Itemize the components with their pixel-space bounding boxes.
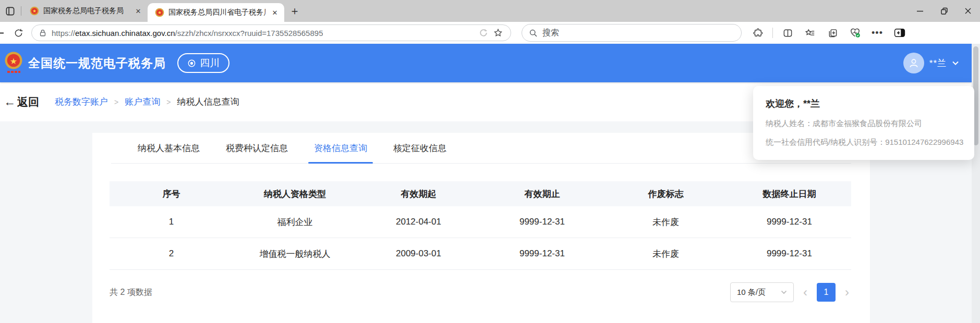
favorites-list-icon[interactable] [802,24,818,42]
cell-valid-to: 9999-12-31 [480,217,604,227]
tax-emblem-favicon: ★ [155,8,164,17]
content-tabs: 纳税人基本信息 税费种认定信息 资格信息查询 核定征收信息 [111,133,851,164]
region-label: 四川 [200,56,220,70]
tab-actions-button[interactable] [0,0,20,22]
new-tab-icon: ＋ [289,4,300,18]
welcome-popup: 欢迎您，**兰 纳税人姓名：成都市金福猴食品股份有限公司 统一社会信用代码/纳税… [753,86,974,160]
back-stub-icon [0,32,4,34]
next-page-icon[interactable]: › [843,286,851,299]
tab-actions-icon [5,6,15,16]
toolbar-icons: ••• [750,24,908,42]
back-label: 返回 [17,95,39,109]
screen: ★ 国家税务总局电子税务局 ✕ ★ 国家税务总局四川省电子税务局 ✕ [0,0,980,323]
col-header-data-end-date: 数据终止日期 [728,188,851,200]
new-tab-button[interactable]: ＋ [284,0,305,22]
breadcrumb-item-digital-account[interactable]: 税务数字账户 [55,96,108,108]
window-close-icon [964,7,972,15]
location-pin-icon [187,59,196,68]
table-header-row: 序号 纳税人资格类型 有效期起 有效期止 作废标志 数据终止日期 [110,181,851,206]
user-menu[interactable]: **兰 [903,53,959,73]
breadcrumb-separator: > [166,98,171,106]
browser-essentials-icon[interactable] [847,24,863,42]
tab-tax-type-determination[interactable]: 税费种认定信息 [223,142,291,163]
tax-emblem-favicon: ★ [30,6,39,16]
breadcrumb-item-current: 纳税人信息查询 [177,96,239,108]
cell-void-flag: 未作废 [604,248,728,260]
cell-data-end-date: 9999-12-31 [728,217,851,227]
restore-icon [940,7,948,15]
back-arrow-icon: ← [4,95,16,109]
search-icon [529,29,538,38]
back-button[interactable]: ← 返回 [4,95,39,109]
tab-assessed-collection[interactable]: 核定征收信息 [391,142,449,163]
user-name: **兰 [929,57,947,69]
avatar[interactable] [903,53,924,73]
refresh-button[interactable] [10,24,26,42]
url-host: etax.sichuan.chinatax.gov.cn [75,29,175,38]
toolbar-divider [772,28,773,38]
favorite-star-icon[interactable] [491,24,505,42]
tax-emblem-logo: ★ [4,51,23,75]
breadcrumb: 税务数字账户 > 账户查询 > 纳税人信息查询 [55,96,239,108]
welcome-title: 欢迎您，**兰 [766,97,962,110]
cell-qualification-type: 福利企业 [233,216,357,228]
svg-text:★: ★ [32,8,37,14]
pagination: 10 条/页 ‹ 1 › [730,282,851,302]
page-action-icon[interactable] [476,24,491,42]
split-screen-icon[interactable] [780,24,795,42]
extensions-icon[interactable] [750,24,766,42]
tab-title: 国家税务总局四川省电子税务局 [168,8,265,17]
cell-seq: 1 [110,217,233,227]
breadcrumb-item-account-query[interactable]: 账户查询 [125,96,160,108]
current-page-button[interactable]: 1 [817,283,836,302]
tab-strip-divider [21,6,21,16]
region-selector[interactable]: 四川 [177,53,229,73]
page-size-value: 10 条/页 [737,288,766,297]
cell-valid-to: 9999-12-31 [480,249,604,259]
chevron-down-icon [952,60,959,66]
col-header-valid-from: 有效期起 [357,188,480,200]
site-title: 全国统一规范电子税务局 [28,55,166,71]
browser-tab-inactive[interactable]: ★ 国家税务总局电子税务局 ✕ [22,0,148,22]
collections-icon[interactable] [825,24,840,42]
tab-taxpayer-basic-info[interactable]: 纳税人基本信息 [135,142,202,163]
page-size-select[interactable]: 10 条/页 [730,282,794,302]
browser-tab-strip: ★ 国家税务总局电子税务局 ✕ ★ 国家税务总局四川省电子税务局 ✕ [0,0,980,22]
search-placeholder: 搜索 [542,28,559,39]
table-footer: 共 2 项数据 10 条/页 ‹ 1 › [110,282,851,302]
window-controls [908,0,980,22]
info-table: 序号 纳税人资格类型 有效期起 有效期止 作废标志 数据终止日期 1 福利企业 … [110,181,851,270]
total-count-text: 共 2 项数据 [110,287,152,298]
url-text: https://etax.sichuan.chinatax.gov.cn/szz… [52,29,323,38]
more-options-icon[interactable]: ••• [869,24,885,42]
credit-code-line: 统一社会信用代码/纳税人识别号：915101247622996943 [766,138,962,147]
url-scheme: https:// [52,29,75,38]
window-close-button[interactable] [956,0,980,22]
col-header-void-flag: 作废标志 [604,188,728,200]
web-page: ★ 全国统一规范电子税务局 四川 [0,44,972,323]
tab-qualification-query[interactable]: 资格信息查询 [311,142,370,163]
cell-qualification-type: 增值税一般纳税人 [233,248,357,260]
refresh-icon [14,28,23,38]
browser-tab-active[interactable]: ★ 国家税务总局四川省电子税务局 ✕ [148,3,284,22]
breadcrumb-separator: > [114,98,118,106]
close-icon[interactable]: ✕ [133,6,143,16]
cell-valid-from: 2012-04-01 [357,217,480,227]
select-chevron-icon [781,290,787,294]
site-header: ★ 全国统一规范电子税务局 四川 [0,44,972,82]
taxpayer-name-line: 纳税人姓名：成都市金福猴食品股份有限公司 [766,119,962,129]
browser-toolbar: https://etax.sichuan.chinatax.gov.cn/szz… [0,22,980,44]
minimize-button[interactable] [908,0,932,22]
sidebar-toggle-icon[interactable] [892,24,908,42]
prev-page-icon[interactable]: ‹ [801,286,809,299]
page-scrollbar [972,44,980,323]
restore-button[interactable] [932,0,956,22]
cell-void-flag: 未作废 [604,216,728,228]
address-bar[interactable]: https://etax.sichuan.chinatax.gov.cn/szz… [31,24,511,41]
cell-data-end-date: 9999-12-31 [728,249,851,259]
browser-search-box[interactable]: 搜索 [522,24,742,42]
table-row: 2 增值税一般纳税人 2009-03-01 9999-12-31 未作废 999… [110,238,851,270]
close-icon[interactable]: ✕ [270,7,280,18]
svg-text:★: ★ [10,57,17,66]
lock-icon[interactable] [39,29,47,37]
